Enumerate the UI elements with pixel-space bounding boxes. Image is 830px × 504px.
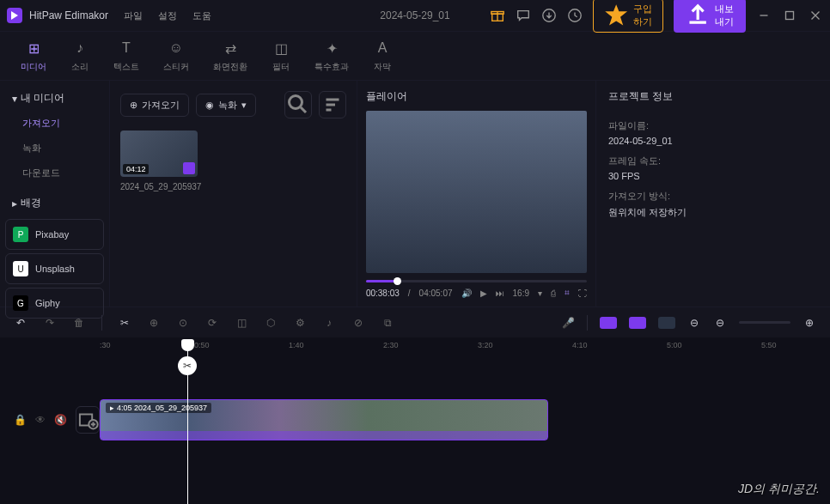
link-icon[interactable]: ⊖ (687, 316, 701, 330)
delete-button[interactable]: 🗑 (72, 316, 86, 330)
import-mode-label: 가져오기 방식: (608, 190, 818, 203)
chat-icon[interactable] (516, 8, 531, 23)
buy-button[interactable]: 구입하기 (593, 0, 663, 33)
svg-point-7 (289, 96, 302, 109)
chevron-down-icon: ▾ (241, 100, 247, 111)
video-preview[interactable] (366, 111, 587, 273)
progress-knob[interactable] (394, 277, 401, 285)
sort-button[interactable] (319, 91, 346, 118)
watermark: JD의 취미공간. (738, 482, 820, 497)
clip-label: ▸ 4:05 2024_05_29_205937 (106, 403, 211, 413)
tool-text[interactable]: T텍스트 (113, 39, 139, 73)
provider-pixabay[interactable]: P Pixabay (5, 219, 104, 250)
sidebar-download[interactable]: 다운로드 (5, 161, 104, 185)
timeline-clip[interactable]: ▸ 4:05 2024_05_29_205937 (100, 399, 548, 440)
maximize-button[interactable] (782, 8, 797, 23)
snap-toggle-2[interactable] (629, 317, 646, 329)
menu-help[interactable]: 도움 (192, 9, 211, 22)
total-time: 04:05:07 (419, 288, 453, 298)
next-frame-button[interactable]: ⏭ (496, 288, 504, 298)
snap-toggle-3[interactable] (658, 317, 675, 329)
record-button[interactable]: ◉ 녹화 ▾ (196, 94, 256, 117)
close-button[interactable] (808, 8, 823, 23)
tool-media[interactable]: ⊞미디어 (21, 39, 46, 73)
freeze-tool[interactable]: ⧉ (381, 316, 394, 330)
mute-icon[interactable]: 🔇 (54, 414, 67, 426)
ratio-label[interactable]: 16:9 (513, 288, 529, 298)
zoom-in-button[interactable]: ⊕ (803, 316, 816, 330)
effect-icon: ✦ (322, 39, 341, 58)
sidebar-background[interactable]: ▸ 배경 (5, 191, 104, 216)
tool-subtitle[interactable]: A자막 (373, 39, 392, 73)
media-item[interactable]: 04:12 2024_05_29_205937 (120, 131, 346, 191)
audio-tool[interactable]: ♪ (322, 316, 336, 330)
timeline: :30 0:50 1:40 2:30 3:20 4:10 5:00 5:50 ✂… (0, 337, 830, 504)
download-icon[interactable] (541, 8, 557, 23)
info-title: 프로젝트 정보 (608, 89, 818, 104)
gift-icon[interactable] (490, 8, 505, 23)
tool-sticker[interactable]: ☺스티커 (163, 39, 189, 73)
menu-file[interactable]: 파일 (124, 9, 143, 22)
provider-giphy[interactable]: G Giphy (5, 288, 104, 319)
tool-effect[interactable]: ✦특수효과 (314, 39, 349, 73)
snapshot-icon[interactable]: ⎙ (551, 288, 556, 298)
undo-button[interactable]: ↶ (14, 316, 27, 330)
playhead-split-button[interactable]: ✂ (178, 356, 197, 375)
tool-transition[interactable]: ⇄화면전환 (213, 39, 247, 73)
split-button[interactable]: ✂ (118, 316, 131, 330)
fps-label: 프레임 속도: (608, 155, 818, 167)
audio-waveform (101, 431, 547, 440)
app-logo (7, 8, 22, 23)
detach-tool[interactable]: ⊘ (351, 316, 365, 330)
playhead[interactable]: ✂ (187, 341, 188, 504)
import-button[interactable]: ⊕ 가져오기 (120, 94, 189, 117)
info-panel: 프로젝트 정보 파일이름: 2024-05-29_01 프레임 속도: 30 F… (596, 81, 830, 307)
progress-fill (366, 280, 397, 282)
export-button[interactable]: 내보내기 (674, 0, 746, 33)
tool-sound[interactable]: ♪소리 (70, 39, 89, 73)
zoom-slider[interactable] (739, 321, 790, 324)
ai-tool[interactable]: ◫ (235, 316, 248, 330)
chevron-down-icon: ▾ (538, 288, 542, 298)
svg-line-8 (301, 107, 306, 112)
progress-bar[interactable] (366, 280, 587, 282)
zoom-out-button[interactable]: ⊖ (713, 316, 727, 330)
filter-icon: ◫ (272, 39, 290, 58)
sidebar-record[interactable]: 녹화 (5, 136, 104, 161)
sidebar-import[interactable]: 가져오기 (5, 111, 104, 136)
pixabay-icon: P (13, 227, 28, 242)
text-icon: T (117, 39, 136, 58)
trim-tool[interactable]: ⟳ (205, 316, 219, 330)
adjust-tool[interactable]: ⚙ (293, 316, 307, 330)
menu-settings[interactable]: 설정 (158, 9, 177, 22)
fullscreen-icon[interactable]: ⛶ (578, 288, 587, 298)
eye-icon[interactable]: 👁 (35, 414, 46, 426)
mic-icon[interactable]: 🎤 (561, 316, 575, 330)
transition-icon: ⇄ (221, 39, 240, 58)
media-duration: 04:12 (123, 164, 150, 174)
tool-tabs: ⊞미디어 ♪소리 T텍스트 ☺스티커 ⇄화면전환 ◫필터 ✦특수효과 A자막 (0, 32, 830, 81)
record-icon: ◉ (205, 100, 214, 111)
titlebar: HitPaw Edimakor 파일 설정 도움 2024-05-29_01 구… (0, 0, 830, 32)
media-icon: ⊞ (24, 39, 43, 58)
search-button[interactable] (284, 91, 312, 118)
sidebar-my-media[interactable]: ▾ 내 미디어 (5, 86, 104, 111)
tool-filter[interactable]: ◫필터 (272, 39, 290, 73)
snap-toggle-1[interactable] (600, 317, 617, 329)
history-icon[interactable] (567, 8, 583, 23)
lock-icon[interactable]: 🔒 (14, 414, 27, 426)
shield-tool[interactable]: ⬡ (264, 316, 278, 330)
provider-unsplash[interactable]: U Unsplash (5, 253, 104, 284)
current-time: 00:38:03 (366, 288, 400, 298)
crop-tool[interactable]: ⊕ (147, 316, 161, 330)
minimize-button[interactable] (756, 8, 772, 23)
play-button[interactable]: ▶ (480, 288, 487, 298)
timeline-ruler[interactable]: :30 0:50 1:40 2:30 3:20 4:10 5:00 5:50 (100, 341, 816, 356)
speed-tool[interactable]: ⊙ (176, 316, 190, 330)
add-track-button[interactable] (76, 406, 100, 434)
import-mode-value: 원위치에 저장하기 (608, 206, 818, 219)
video-icon: ▸ (110, 404, 114, 412)
crop-icon[interactable]: ⌗ (565, 288, 570, 298)
volume-icon[interactable]: 🔊 (461, 288, 472, 298)
redo-button[interactable]: ↷ (43, 316, 57, 330)
